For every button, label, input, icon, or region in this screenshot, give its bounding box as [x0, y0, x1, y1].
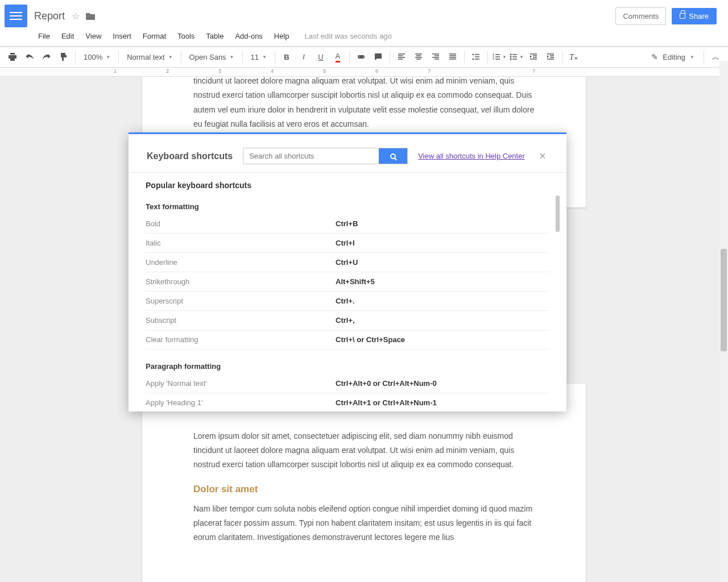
svg-text:3: 3	[493, 57, 494, 60]
ruler[interactable]: 1 2 3 4 5 6 7 7	[0, 68, 728, 77]
numbered-list-icon[interactable]: 123▼	[491, 49, 507, 65]
document-page[interactable]: Lorem ipsum dolor sit amet, consectetuer…	[142, 384, 586, 582]
shortcut-row: SuperscriptCtrl+.	[146, 292, 549, 311]
group-heading: Paragraph formatting	[146, 362, 549, 371]
decrease-indent-icon[interactable]	[526, 49, 541, 65]
menu-edit[interactable]: Edit	[56, 30, 79, 43]
align-center-icon[interactable]	[411, 49, 427, 65]
paragraph[interactable]: Lorem ipsum dolor sit amet, consectetuer…	[193, 77, 535, 131]
menu-file[interactable]: File	[33, 30, 55, 43]
print-icon[interactable]	[5, 49, 20, 65]
share-button[interactable]: Share	[672, 8, 717, 24]
clear-formatting-icon[interactable]: T✕	[566, 49, 582, 65]
menu-insert[interactable]: Insert	[107, 30, 136, 43]
title-row: Report ☆ Comments Share	[0, 0, 728, 27]
svg-point-4	[510, 56, 511, 58]
undo-icon[interactable]	[22, 49, 38, 65]
folder-icon[interactable]	[85, 12, 96, 20]
bold-icon[interactable]: B	[279, 49, 295, 65]
star-icon[interactable]: ☆	[72, 11, 80, 22]
shortcut-row: Clear formattingCtrl+\ or Ctrl+Space	[146, 330, 549, 350]
font-size-select[interactable]: 11▼	[246, 49, 271, 65]
scrollbar[interactable]	[719, 61, 728, 582]
lock-icon	[680, 13, 685, 19]
menu-tools[interactable]: Tools	[172, 30, 200, 43]
shortcut-row: BoldCtrl+B	[146, 214, 549, 234]
share-label: Share	[689, 12, 709, 20]
editing-mode-label: Editing	[663, 53, 685, 61]
paint-format-icon[interactable]	[56, 49, 72, 65]
align-left-icon[interactable]	[394, 49, 410, 65]
group-heading: Text formatting	[146, 202, 549, 211]
line-spacing-icon[interactable]	[468, 49, 484, 65]
editing-mode-select[interactable]: ✎ Editing ▼	[646, 52, 700, 61]
menu-help[interactable]: Help	[269, 30, 295, 43]
section-heading: Popular keyboard shortcuts	[146, 181, 549, 190]
help-center-link[interactable]: View all shortcuts in Help Center	[418, 152, 525, 160]
paragraph-style-select[interactable]: Normal text▼	[122, 49, 177, 65]
shortcut-row: UnderlineCtrl+U	[146, 253, 549, 272]
dialog-body[interactable]: Popular keyboard shortcuts Text formatti…	[129, 173, 566, 411]
search-icon	[390, 153, 396, 159]
document-title[interactable]: Report	[34, 10, 65, 22]
comment-icon[interactable]	[370, 49, 386, 65]
pencil-icon: ✎	[651, 52, 658, 61]
paragraph[interactable]: Lorem ipsum dolor sit amet, consectetuer…	[193, 429, 535, 472]
search-input[interactable]	[243, 148, 379, 164]
heading[interactable]: Dolor sit amet	[193, 484, 535, 495]
link-icon[interactable]	[353, 49, 369, 65]
keyboard-shortcuts-dialog: Keyboard shortcuts View all shortcuts in…	[129, 132, 566, 411]
dialog-header: Keyboard shortcuts View all shortcuts in…	[130, 134, 565, 173]
comments-button[interactable]: Comments	[615, 7, 666, 25]
text-color-icon[interactable]: A	[330, 49, 346, 65]
header: Report ☆ Comments Share File Edit View I…	[0, 0, 728, 47]
svg-point-3	[510, 54, 511, 56]
align-justify-icon[interactable]	[445, 49, 461, 65]
align-right-icon[interactable]	[428, 49, 444, 65]
paragraph[interactable]: Nam liber tempor cum soluta nobis eleife…	[193, 502, 535, 545]
scrollbar-thumb[interactable]	[721, 249, 727, 351]
shortcut-row: StrikethroughAlt+Shift+5	[146, 272, 549, 292]
menu-addons[interactable]: Add-ons	[230, 30, 267, 43]
close-icon[interactable]: ×	[537, 149, 548, 163]
shortcut-row: Apply 'Normal text'Ctrl+Alt+0 or Ctrl+Al…	[146, 374, 549, 393]
search-shortcuts-group	[243, 148, 408, 164]
dialog-scrollbar-thumb[interactable]	[556, 196, 560, 232]
menu-view[interactable]: View	[80, 30, 106, 43]
increase-indent-icon[interactable]	[543, 49, 559, 65]
docs-logo[interactable]	[5, 5, 27, 27]
dialog-title: Keyboard shortcuts	[147, 151, 233, 161]
toolbar: 100%▼ Normal text▼ Open Sans▼ 11▼ B I U …	[0, 47, 728, 68]
last-edit-text[interactable]: Last edit was seconds ago	[305, 32, 392, 40]
underline-icon[interactable]: U	[313, 49, 329, 65]
font-select[interactable]: Open Sans▼	[185, 49, 239, 65]
redo-icon[interactable]	[39, 49, 55, 65]
zoom-select[interactable]: 100%▼	[79, 49, 115, 65]
shortcut-row: ItalicCtrl+I	[146, 234, 549, 253]
bulleted-list-icon[interactable]: ▼	[508, 49, 524, 65]
shortcut-row: SubscriptCtrl+,	[146, 311, 549, 330]
italic-icon[interactable]: I	[296, 49, 312, 65]
menu-bar: File Edit View Insert Format Tools Table…	[0, 27, 728, 46]
menu-table[interactable]: Table	[201, 30, 229, 43]
search-button[interactable]	[379, 148, 407, 164]
svg-point-5	[510, 59, 511, 60]
menu-format[interactable]: Format	[138, 30, 171, 43]
shortcut-row: Apply 'Heading 1'Ctrl+Alt+1 or Ctrl+Alt+…	[146, 393, 549, 411]
